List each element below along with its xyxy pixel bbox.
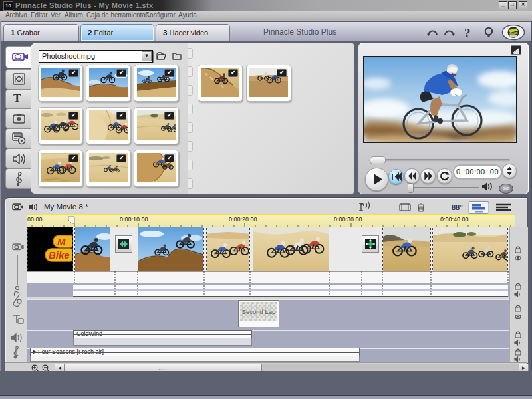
- svg-text:0:00:30.00: 0:00:30.00: [334, 216, 362, 223]
- svg-text:M: M: [57, 236, 66, 247]
- svg-text:00 00: 00 00: [27, 216, 43, 223]
- svg-text:0:00:40.00: 0:00:40.00: [440, 216, 469, 223]
- svg-text:Bike: Bike: [49, 249, 70, 261]
- svg-text:88°: 88°: [452, 203, 463, 211]
- svg-text:0:00:10.00: 0:00:10.00: [120, 216, 148, 223]
- svg-text:?: ?: [464, 26, 471, 40]
- svg-text:0:00:20.00: 0:00:20.00: [229, 216, 257, 223]
